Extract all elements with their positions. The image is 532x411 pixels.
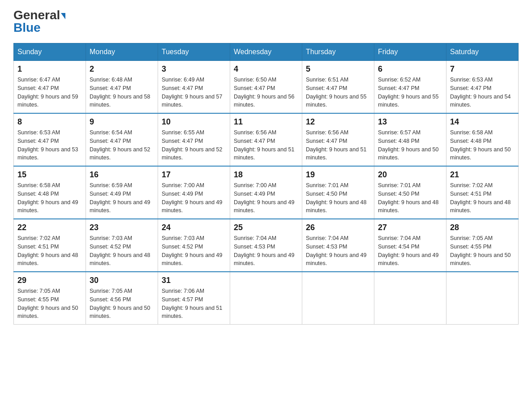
day-info: Sunrise: 7:04 AM Sunset: 4:53 PM Dayligh…	[306, 234, 370, 268]
calendar-cell: 8 Sunrise: 6:53 AM Sunset: 4:47 PM Dayli…	[14, 113, 86, 166]
calendar-header-row: SundayMondayTuesdayWednesdayThursdayFrid…	[14, 43, 519, 61]
calendar-week-row: 22 Sunrise: 7:02 AM Sunset: 4:51 PM Dayl…	[14, 219, 519, 272]
calendar-cell: 24 Sunrise: 7:03 AM Sunset: 4:52 PM Dayl…	[158, 219, 230, 272]
day-info: Sunrise: 7:00 AM Sunset: 4:49 PM Dayligh…	[162, 181, 226, 215]
calendar-cell: 28 Sunrise: 7:05 AM Sunset: 4:55 PM Dayl…	[446, 219, 519, 272]
day-of-week-header: Saturday	[446, 43, 519, 61]
calendar-cell: 15 Sunrise: 6:58 AM Sunset: 4:48 PM Dayl…	[14, 166, 86, 219]
day-info: Sunrise: 7:02 AM Sunset: 4:51 PM Dayligh…	[450, 181, 515, 215]
calendar-cell: 29 Sunrise: 7:05 AM Sunset: 4:55 PM Dayl…	[14, 272, 86, 325]
calendar-cell: 10 Sunrise: 6:55 AM Sunset: 4:47 PM Dayl…	[158, 113, 230, 166]
day-number: 28	[450, 223, 515, 232]
calendar-cell: 26 Sunrise: 7:04 AM Sunset: 4:53 PM Dayl…	[302, 219, 374, 272]
day-info: Sunrise: 6:53 AM Sunset: 4:47 PM Dayligh…	[17, 128, 82, 162]
calendar-cell: 4 Sunrise: 6:50 AM Sunset: 4:47 PM Dayli…	[230, 61, 302, 114]
day-info: Sunrise: 6:53 AM Sunset: 4:47 PM Dayligh…	[450, 76, 515, 109]
day-number: 20	[378, 170, 442, 180]
day-number: 26	[306, 223, 370, 232]
day-of-week-header: Sunday	[14, 43, 86, 61]
day-info: Sunrise: 6:56 AM Sunset: 4:47 PM Dayligh…	[306, 128, 370, 162]
calendar-cell: 13 Sunrise: 6:57 AM Sunset: 4:48 PM Dayl…	[374, 113, 446, 166]
day-number: 13	[378, 117, 442, 127]
day-number: 7	[450, 64, 515, 74]
day-info: Sunrise: 6:58 AM Sunset: 4:48 PM Dayligh…	[450, 128, 515, 162]
calendar-table: SundayMondayTuesdayWednesdayThursdayFrid…	[13, 43, 519, 325]
calendar-cell: 11 Sunrise: 6:56 AM Sunset: 4:47 PM Dayl…	[230, 113, 302, 166]
day-info: Sunrise: 7:00 AM Sunset: 4:49 PM Dayligh…	[234, 181, 298, 215]
day-info: Sunrise: 6:57 AM Sunset: 4:48 PM Dayligh…	[378, 128, 442, 162]
day-info: Sunrise: 6:51 AM Sunset: 4:47 PM Dayligh…	[306, 76, 370, 109]
day-info: Sunrise: 7:05 AM Sunset: 4:55 PM Dayligh…	[17, 287, 82, 321]
calendar-cell: 17 Sunrise: 7:00 AM Sunset: 4:49 PM Dayl…	[158, 166, 230, 219]
day-of-week-header: Wednesday	[230, 43, 302, 61]
day-number: 5	[306, 64, 370, 74]
day-info: Sunrise: 7:06 AM Sunset: 4:57 PM Dayligh…	[162, 287, 226, 321]
calendar-cell: 30 Sunrise: 7:05 AM Sunset: 4:56 PM Dayl…	[86, 272, 158, 325]
day-info: Sunrise: 6:48 AM Sunset: 4:47 PM Dayligh…	[90, 76, 154, 109]
logo-triangle-icon	[61, 13, 65, 19]
calendar-cell: 18 Sunrise: 7:00 AM Sunset: 4:49 PM Dayl…	[230, 166, 302, 219]
day-number: 4	[234, 64, 298, 74]
day-number: 16	[90, 170, 154, 180]
day-info: Sunrise: 6:59 AM Sunset: 4:49 PM Dayligh…	[90, 181, 154, 215]
calendar-cell: 12 Sunrise: 6:56 AM Sunset: 4:47 PM Dayl…	[302, 113, 374, 166]
page-header: General Blue	[13, 9, 519, 34]
calendar-cell: 7 Sunrise: 6:53 AM Sunset: 4:47 PM Dayli…	[446, 61, 519, 114]
day-number: 21	[450, 170, 515, 180]
calendar-cell: 20 Sunrise: 7:01 AM Sunset: 4:50 PM Dayl…	[374, 166, 446, 219]
calendar-cell	[446, 272, 519, 325]
calendar-cell: 27 Sunrise: 7:04 AM Sunset: 4:54 PM Dayl…	[374, 219, 446, 272]
logo-general-text: General	[13, 8, 60, 22]
day-info: Sunrise: 6:54 AM Sunset: 4:47 PM Dayligh…	[90, 128, 154, 162]
day-number: 3	[162, 64, 226, 74]
calendar-cell: 2 Sunrise: 6:48 AM Sunset: 4:47 PM Dayli…	[86, 61, 158, 114]
calendar-cell: 16 Sunrise: 6:59 AM Sunset: 4:49 PM Dayl…	[86, 166, 158, 219]
calendar-week-row: 15 Sunrise: 6:58 AM Sunset: 4:48 PM Dayl…	[14, 166, 519, 219]
calendar-cell: 6 Sunrise: 6:52 AM Sunset: 4:47 PM Dayli…	[374, 61, 446, 114]
day-number: 17	[162, 170, 226, 180]
day-number: 30	[90, 276, 154, 285]
calendar-cell	[230, 272, 302, 325]
day-info: Sunrise: 7:05 AM Sunset: 4:55 PM Dayligh…	[450, 234, 515, 268]
day-info: Sunrise: 7:01 AM Sunset: 4:50 PM Dayligh…	[378, 181, 442, 215]
logo: General Blue	[13, 9, 65, 34]
calendar-cell	[374, 272, 446, 325]
calendar-cell: 23 Sunrise: 7:03 AM Sunset: 4:52 PM Dayl…	[86, 219, 158, 272]
day-number: 25	[234, 223, 298, 232]
calendar-week-row: 8 Sunrise: 6:53 AM Sunset: 4:47 PM Dayli…	[14, 113, 519, 166]
day-number: 29	[17, 276, 82, 285]
day-info: Sunrise: 6:55 AM Sunset: 4:47 PM Dayligh…	[162, 128, 226, 162]
calendar-cell: 5 Sunrise: 6:51 AM Sunset: 4:47 PM Dayli…	[302, 61, 374, 114]
day-info: Sunrise: 7:05 AM Sunset: 4:56 PM Dayligh…	[90, 287, 154, 321]
calendar-cell: 1 Sunrise: 6:47 AM Sunset: 4:47 PM Dayli…	[14, 61, 86, 114]
calendar-cell: 14 Sunrise: 6:58 AM Sunset: 4:48 PM Dayl…	[446, 113, 519, 166]
calendar-week-row: 29 Sunrise: 7:05 AM Sunset: 4:55 PM Dayl…	[14, 272, 519, 325]
day-number: 31	[162, 276, 226, 285]
calendar-cell: 25 Sunrise: 7:04 AM Sunset: 4:53 PM Dayl…	[230, 219, 302, 272]
day-number: 27	[378, 223, 442, 232]
day-info: Sunrise: 6:56 AM Sunset: 4:47 PM Dayligh…	[234, 128, 298, 162]
day-number: 19	[306, 170, 370, 180]
calendar-cell: 9 Sunrise: 6:54 AM Sunset: 4:47 PM Dayli…	[86, 113, 158, 166]
day-number: 14	[450, 117, 515, 127]
day-number: 1	[17, 64, 82, 74]
day-info: Sunrise: 7:04 AM Sunset: 4:53 PM Dayligh…	[234, 234, 298, 268]
day-number: 12	[306, 117, 370, 127]
day-number: 15	[17, 170, 82, 180]
day-info: Sunrise: 6:49 AM Sunset: 4:47 PM Dayligh…	[162, 76, 226, 109]
day-info: Sunrise: 6:47 AM Sunset: 4:47 PM Dayligh…	[17, 76, 82, 109]
day-info: Sunrise: 6:52 AM Sunset: 4:47 PM Dayligh…	[378, 76, 442, 109]
day-number: 9	[90, 117, 154, 127]
day-number: 10	[162, 117, 226, 127]
day-of-week-header: Monday	[86, 43, 158, 61]
day-of-week-header: Thursday	[302, 43, 374, 61]
day-info: Sunrise: 7:02 AM Sunset: 4:51 PM Dayligh…	[17, 234, 82, 268]
calendar-cell: 31 Sunrise: 7:06 AM Sunset: 4:57 PM Dayl…	[158, 272, 230, 325]
logo-blue-text: Blue	[13, 21, 41, 34]
calendar-cell: 19 Sunrise: 7:01 AM Sunset: 4:50 PM Dayl…	[302, 166, 374, 219]
day-of-week-header: Tuesday	[158, 43, 230, 61]
day-info: Sunrise: 6:58 AM Sunset: 4:48 PM Dayligh…	[17, 181, 82, 215]
day-number: 6	[378, 64, 442, 74]
calendar-cell: 22 Sunrise: 7:02 AM Sunset: 4:51 PM Dayl…	[14, 219, 86, 272]
day-number: 2	[90, 64, 154, 74]
